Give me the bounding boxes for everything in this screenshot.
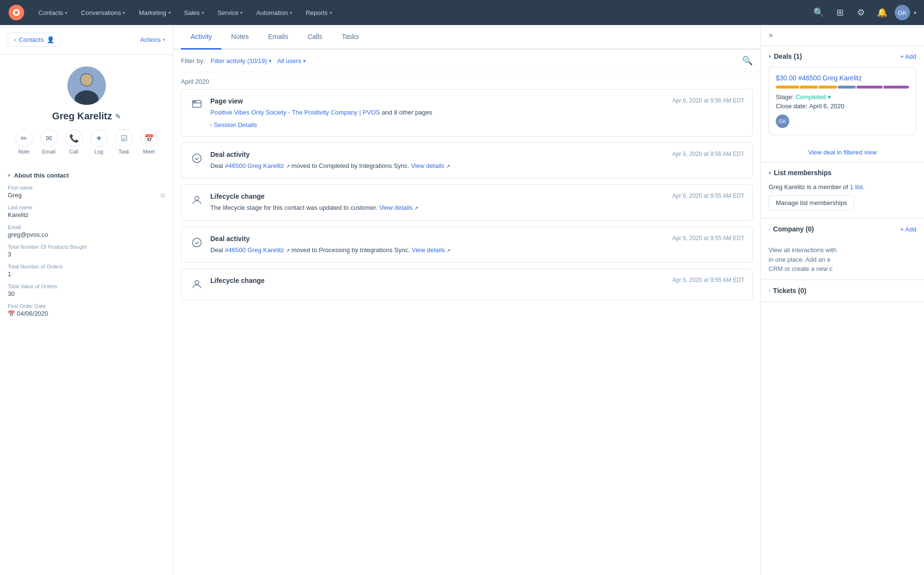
tickets-section-header[interactable]: › Tickets (0) — [761, 280, 924, 301]
apps-icon[interactable]: ⊞ — [831, 4, 848, 21]
center-content: Activity Notes Emails Calls Tasks Filter… — [173, 25, 760, 575]
email-button[interactable]: ✉ Email — [40, 129, 58, 154]
hubspot-logo[interactable] — [8, 4, 25, 21]
add-deal-button[interactable]: + Add — [900, 53, 916, 60]
deals-section: ▾ Deals (1) + Add $30.00 #46500 Greg Kar… — [761, 46, 924, 162]
notifications-icon[interactable]: 🔔 — [873, 4, 891, 21]
nav-contacts[interactable]: Contacts ▾ — [33, 5, 73, 20]
copy-icon[interactable]: ⧉ — [161, 192, 165, 199]
list-count-link[interactable]: 1 list. — [850, 183, 864, 191]
chevron-down-icon: ▾ — [290, 10, 292, 15]
chevron-down-icon: ▾ — [330, 10, 332, 15]
nav-service[interactable]: Service ▾ — [212, 5, 248, 20]
svg-point-14 — [195, 281, 199, 284]
deal-progress-bar — [776, 86, 909, 89]
field-last-name: Last name Karelitz — [8, 204, 165, 218]
view-details-link-2[interactable]: View details — [379, 204, 412, 211]
external-link-icon: ↗ — [446, 164, 450, 169]
field-first-name: First name Greg ⧉ — [8, 185, 165, 199]
tabs-header: Activity Notes Emails Calls Tasks — [173, 25, 760, 50]
tab-emails[interactable]: Emails — [258, 25, 298, 50]
tab-calls[interactable]: Calls — [298, 25, 332, 50]
contacts-back-button[interactable]: ‹ Contacts 👤 — [8, 33, 61, 47]
svg-point-12 — [195, 196, 199, 200]
chevron-down-icon: ▾ — [8, 173, 10, 178]
all-users-filter-button[interactable]: All users ▾ — [277, 57, 306, 64]
deal-stage-value[interactable]: Completed ▾ — [796, 93, 831, 101]
list-memberships-header[interactable]: ▾ List memberships — [761, 162, 924, 183]
svg-point-6 — [81, 74, 92, 86]
deal-close-date: Close date: April 6, 2020 — [776, 102, 909, 110]
chevron-down-icon: ▾ — [769, 170, 771, 176]
note-button[interactable]: ✏ Note — [15, 129, 33, 154]
task-button[interactable]: ☑ Task — [116, 129, 133, 154]
actions-button[interactable]: Actions ▾ — [140, 36, 165, 43]
tab-notes[interactable]: Notes — [221, 25, 258, 50]
field-email: Email greg@pvos.co — [8, 224, 165, 238]
nav-conversations[interactable]: Conversations ▾ — [75, 5, 131, 20]
field-total-orders: Total Number of Orders 1 — [8, 264, 165, 278]
view-details-link-3[interactable]: View details — [411, 246, 445, 254]
external-link-icon: ↗ — [447, 248, 450, 253]
lifecycle-icon-2 — [189, 277, 205, 292]
company-body: View all interactions with in one place.… — [761, 240, 924, 280]
add-company-button[interactable]: + Add — [900, 226, 916, 233]
view-details-link-1[interactable]: View details — [411, 162, 444, 169]
external-link-icon: ↗ — [414, 205, 418, 211]
search-icon[interactable]: 🔍 — [810, 4, 827, 21]
company-section-header[interactable]: › Company (0) + Add — [761, 218, 924, 240]
deal-title[interactable]: $30.00 #46500 Greg Karelitz — [776, 74, 909, 82]
list-membership-body: Greg Karelitz is a member of 1 list. Man… — [761, 183, 924, 218]
deal-owner-avatar: GK — [776, 115, 789, 128]
tickets-section: › Tickets (0) — [761, 280, 924, 302]
calendar-icon: 📅 — [8, 310, 15, 317]
tab-activity[interactable]: Activity — [181, 25, 221, 50]
nav-marketing[interactable]: Marketing ▾ — [133, 5, 176, 20]
field-total-products: Total Number Of Products Bought 3 — [8, 244, 165, 258]
chevron-right-icon: › — [769, 227, 770, 232]
phone-icon: 📞 — [65, 129, 83, 147]
svg-point-11 — [192, 154, 201, 163]
search-icon[interactable]: 🔍 — [742, 55, 753, 66]
chevron-down-icon: ▾ — [65, 10, 67, 15]
about-header[interactable]: ▾ About this contact — [8, 166, 165, 185]
svg-point-10 — [195, 102, 196, 102]
settings-icon[interactable]: ⚙ — [852, 4, 870, 21]
nav-reports[interactable]: Reports ▾ — [300, 5, 338, 20]
svg-point-13 — [192, 238, 201, 247]
filter-activity-button[interactable]: Filter activity (10/19) ▾ — [211, 57, 271, 64]
manage-list-memberships-button[interactable]: Manage list memberships — [769, 195, 854, 210]
nav-sales[interactable]: Sales ▾ — [179, 5, 210, 20]
nav-automation[interactable]: Automation ▾ — [250, 5, 298, 20]
chevron-down-icon: ▾ — [269, 58, 271, 64]
user-avatar[interactable]: GK — [895, 5, 910, 20]
contact-avatar — [67, 66, 106, 105]
field-first-order-date: First Order Date 📅 04/06/2020 — [8, 303, 165, 317]
activity-item-lifecycle-2: Lifecycle change Apr 6, 2020 at 9:55 AM … — [181, 268, 753, 300]
view-deal-link[interactable]: View deal in filtered view — [761, 143, 924, 162]
avatar-chevron[interactable]: ▾ — [914, 10, 916, 15]
deals-section-header[interactable]: ▾ Deals (1) + Add — [761, 46, 924, 67]
task-icon: ☑ — [116, 129, 133, 147]
right-sidebar: » ▾ Deals (1) + Add $30.00 #46500 Greg K… — [760, 25, 924, 575]
call-button[interactable]: 📞 Call — [65, 129, 83, 154]
chevron-down-icon: ▾ — [240, 10, 243, 15]
deal-icon — [189, 151, 205, 166]
sidebar-collapse-button[interactable]: » — [761, 25, 924, 46]
chevron-down-icon: ▾ — [303, 58, 306, 64]
deal-link-2[interactable]: #46500 Greg Karelitz — [225, 246, 284, 254]
session-details-toggle[interactable]: › Session Details — [210, 121, 744, 128]
page-view-link[interactable]: Positive Vibes Only Society - The Positi… — [210, 109, 380, 116]
log-button[interactable]: + Log — [90, 129, 108, 154]
meet-icon: 📅 — [141, 129, 158, 147]
external-link-icon: ↗ — [286, 164, 290, 169]
deal-link-1[interactable]: #46500 Greg Karelitz — [225, 162, 284, 169]
meet-button[interactable]: 📅 Meet — [141, 129, 158, 154]
edit-icon[interactable]: ✎ — [115, 113, 121, 120]
tab-tasks[interactable]: Tasks — [332, 25, 369, 50]
company-section: › Company (0) + Add View all interaction… — [761, 218, 924, 280]
filter-bar: Filter by: Filter activity (10/19) ▾ All… — [173, 50, 760, 72]
left-sidebar: ‹ Contacts 👤 Actions ▾ — [0, 25, 173, 575]
activity-item-lifecycle-1: Lifecycle change Apr 6, 2020 at 9:55 AM … — [181, 184, 753, 221]
about-section: ▾ About this contact First name Greg ⧉ L… — [0, 166, 173, 317]
